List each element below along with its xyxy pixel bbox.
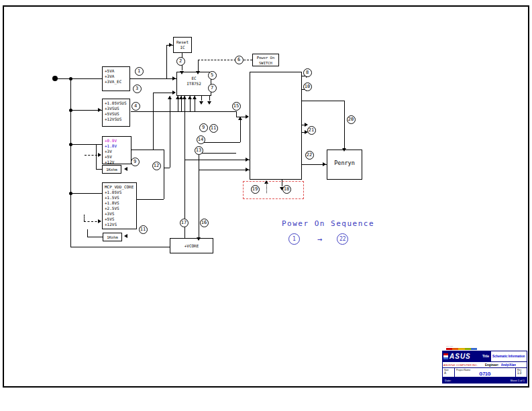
arrowhead — [182, 94, 187, 99]
legend-end-circle: 22 — [337, 233, 348, 245]
date-text: Date: — [445, 379, 451, 382]
arrowhead — [196, 71, 200, 76]
arrowhead — [98, 108, 103, 112]
legend-row: 1 → 22 — [282, 233, 374, 245]
resistor-1kohm-susc: 1Kohm — [102, 165, 121, 174]
wire — [84, 215, 85, 221]
box-line: +1.8V — [105, 143, 131, 149]
color-strip-segment — [458, 348, 464, 350]
junction-dot — [69, 77, 72, 80]
legend-title: Power On Sequence — [282, 219, 374, 228]
wire — [70, 110, 102, 111]
sequence-circle-12: 12 — [152, 162, 161, 170]
wire — [240, 117, 241, 142]
sequence-circle-17: 17 — [180, 219, 189, 227]
arrowhead — [246, 168, 251, 172]
sequence-circle-5: 5 — [208, 71, 217, 80]
company-name: ASUSTeK COMPUTER INC. — [443, 363, 485, 367]
logo-flag-icon — [443, 353, 448, 360]
engineer-value: Andy/Alan — [501, 363, 516, 367]
color-strip-segment — [446, 348, 452, 350]
wire — [164, 168, 170, 168]
wire — [344, 101, 345, 149]
susc-power-box: +0.9V+1.8V+3V+5V+12V — [102, 136, 131, 164]
wire — [198, 60, 199, 71]
arrowhead — [193, 94, 197, 99]
sequence-circle-11: 11 — [139, 225, 148, 234]
wire — [170, 96, 170, 168]
sequence-circle-11: 11 — [209, 124, 218, 133]
title-block: --- ---- ASUS Title Schematic Informatio… — [442, 345, 527, 384]
box-line: +VCORE — [170, 243, 213, 249]
brand-text: ASUS — [449, 353, 471, 360]
box-line: +12VS — [105, 222, 136, 227]
sequence-circle-1: 1 — [135, 67, 144, 76]
wire — [198, 60, 252, 60]
wire — [70, 193, 102, 194]
box-line: +12VSUS — [105, 117, 129, 122]
wire — [70, 247, 170, 247]
wire — [96, 169, 102, 170]
box-line: +5VA — [105, 68, 129, 74]
asus-logo: ASUS — [443, 351, 480, 361]
box-line: Power On — [253, 55, 278, 60]
title-label: Title — [480, 351, 491, 361]
box-line: +5VS — [105, 217, 136, 222]
arrowhead — [238, 115, 242, 120]
arrowhead — [172, 76, 178, 80]
date-sheet-row: Date: Sheet 1 of 1 — [443, 377, 527, 383]
wire — [70, 78, 71, 247]
color-strip — [446, 348, 477, 350]
arrowhead — [264, 178, 268, 184]
sequence-circle-15: 15 — [232, 102, 241, 111]
wire — [199, 142, 240, 143]
power-on-switch-box: Power OnSWITCH — [252, 54, 279, 66]
sequence-circle-9: 9 — [199, 123, 208, 132]
wire — [96, 144, 97, 169]
box-line: +5VSUS — [105, 111, 129, 117]
box-line: +1.5VS — [105, 195, 136, 200]
wire — [184, 96, 185, 238]
sequence-circle-16: 16 — [200, 219, 209, 227]
arrowhead — [342, 148, 346, 154]
sequence-circle-20: 20 — [347, 115, 356, 124]
arrowhead — [98, 219, 103, 223]
arrowhead — [246, 158, 251, 162]
reset-ic-box: ResetIC — [173, 37, 192, 53]
wire — [199, 153, 199, 238]
wire — [302, 101, 344, 101]
wire — [164, 150, 164, 199]
box-line: SWITCH — [253, 60, 278, 66]
color-strip-segment — [465, 348, 471, 350]
box-line: +3VS — [105, 211, 136, 217]
vcore-box: +VCORE — [170, 238, 213, 253]
wire — [87, 229, 88, 237]
sequence-circle-7: 7 — [208, 84, 217, 93]
legend-arrow-icon: → — [317, 235, 322, 244]
wire — [137, 199, 164, 200]
box-line: +3VA_EC — [105, 79, 129, 84]
wire — [201, 96, 202, 101]
box-line: MCP_VDD_CORE — [105, 184, 136, 190]
sequence-circle-3: 3 — [133, 84, 142, 93]
mcp79-box — [250, 72, 302, 180]
sequence-circle-22: 22 — [305, 151, 314, 160]
arrowhead — [323, 162, 328, 166]
box-line: +3V — [105, 149, 131, 154]
box-line: +1.05VS — [105, 190, 136, 195]
rev-value: 1.0 — [517, 371, 525, 375]
sequence-circle-14: 14 — [197, 135, 205, 144]
arrowhead — [246, 115, 251, 119]
sheet-text: Sheet 1 of 1 — [510, 379, 525, 382]
resistor-1kohm-susb: 1Kohm — [103, 233, 122, 241]
sequence-circle-2: 2 — [176, 57, 185, 66]
wire — [130, 78, 176, 79]
wire — [131, 111, 236, 112]
always-power-box: +5VA+3VA+3VA_EC — [102, 66, 130, 91]
arrowhead — [207, 101, 211, 107]
wire — [199, 153, 236, 154]
junction-dot — [69, 143, 72, 146]
arrowhead — [197, 237, 201, 243]
wire — [236, 111, 237, 117]
schematic-sheet: ResetICPower OnSWITCH+5VA+3VA+3VA_EC+1.0… — [0, 0, 532, 411]
